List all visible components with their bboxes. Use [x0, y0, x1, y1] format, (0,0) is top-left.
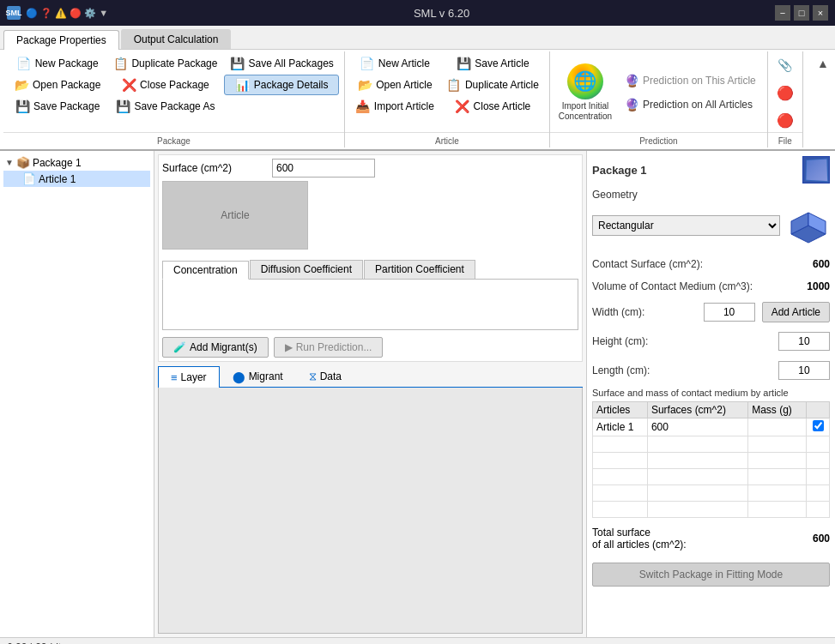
save-package-as-button[interactable]: 💾 Save Package As: [107, 96, 222, 117]
window-controls[interactable]: − □ ×: [775, 5, 828, 21]
migrant-icon: ⬤: [233, 370, 245, 383]
geometry-3d-icon: [787, 204, 830, 247]
article-buttons: 📄 New Article 📂 Open Article 📥 Import Ar…: [350, 53, 544, 132]
row-checkbox[interactable]: [813, 420, 824, 431]
col-surfaces: Surfaces (cm^2): [647, 402, 747, 418]
save-all-icon: 💾: [229, 56, 245, 71]
package-visual-icon: [802, 156, 830, 184]
status-bar: 6.20 | 32-bit: [0, 637, 835, 644]
actions-row: 🧪 Add Migrant(s) ▶ Run Prediction...: [162, 337, 578, 358]
open-article-icon: 📂: [357, 77, 372, 93]
close-article-button[interactable]: ❌ Close Article: [441, 96, 544, 117]
file-icons: 📎 🔴 🔴: [773, 53, 797, 132]
open-article-button[interactable]: 📂 Open Article: [350, 75, 439, 95]
content-tabs-row: Concentration Diffusion Coefficient Part…: [162, 260, 578, 279]
layer-icon: ≡: [171, 371, 178, 384]
geometry-row: Rectangular Cylindrical Spherical: [592, 204, 830, 247]
maximize-button[interactable]: □: [794, 5, 809, 21]
file-icon-2[interactable]: 🔴: [773, 81, 797, 105]
save-article-button[interactable]: 💾 Save Article: [441, 53, 544, 74]
tree-item-article1[interactable]: 📄 Article 1: [3, 171, 150, 187]
col-check: [807, 402, 830, 418]
surface-input[interactable]: [272, 159, 375, 178]
ribbon-collapse-button[interactable]: ▲: [814, 55, 832, 72]
import-concentration-button[interactable]: 🌐 Import InitialConcentration: [555, 59, 615, 126]
tab-content: [162, 279, 578, 330]
tree-package-icon: 📦: [16, 156, 30, 169]
geometry-section: Geometry Rectangular Cylindrical Spheric…: [592, 189, 830, 250]
close-button[interactable]: ×: [813, 5, 828, 21]
tab-partition[interactable]: Partition Coefficient: [364, 260, 475, 279]
ribbon-group-prediction: 🌐 Import InitialConcentration 🔮 Predicti…: [550, 51, 768, 147]
close-package-button[interactable]: ❌ Close Package: [107, 75, 222, 95]
duplicate-package-button[interactable]: 📋 Duplicate Package: [107, 53, 222, 74]
table-row-empty-2: [593, 453, 830, 469]
package-details-button[interactable]: 📊 Package Details: [224, 75, 338, 95]
length-label: Length (cm):: [592, 364, 650, 376]
tree-item-package1[interactable]: ▼ 📦 Package 1: [3, 154, 150, 171]
geometry-label: Geometry: [592, 189, 830, 201]
data-icon: ⧖: [309, 370, 317, 383]
minimize-button[interactable]: −: [775, 5, 790, 21]
import-article-icon: 📥: [355, 99, 371, 114]
add-article-button[interactable]: Add Article: [762, 302, 830, 322]
toolbar-icons: 🔵 ❓ ⚠️ 🔴 ⚙️ ▼: [26, 8, 108, 19]
save-package-button[interactable]: 💾 Save Package: [9, 96, 106, 117]
prediction-group-label: Prediction: [550, 132, 767, 146]
status-text: 6.20 | 32-bit: [7, 641, 61, 645]
tree-article-label: Article 1: [39, 173, 76, 185]
duplicate-package-icon: 📋: [112, 56, 128, 71]
import-article-button[interactable]: 📥 Import Article: [350, 96, 439, 117]
sub-tab-data[interactable]: ⧖ Data: [296, 365, 354, 387]
new-package-button[interactable]: 📄 New Package: [9, 53, 106, 74]
tab-package-properties[interactable]: Package Properties: [3, 30, 119, 50]
file-icon-1[interactable]: 📎: [773, 53, 797, 77]
duplicate-article-button[interactable]: 📋 Duplicate Article: [441, 75, 544, 95]
import-concentration-label: Import InitialConcentration: [559, 101, 612, 122]
dimensions-row: Width (cm): Add Article: [592, 300, 830, 324]
volume-label: Volume of Contact Medium (cm^3):: [592, 280, 753, 292]
article-col1: 📄 New Article 📂 Open Article 📥 Import Ar…: [350, 53, 439, 117]
package-buttons: 📄 New Package 📂 Open Package 💾 Save Pack…: [9, 53, 339, 132]
article-area: Surface (cm^2) Article Concentration Dif…: [158, 154, 583, 362]
geometry-select[interactable]: Rectangular Cylindrical Spherical: [592, 215, 780, 236]
prediction-all-articles-button[interactable]: 🔮 Prediction on All Articles: [619, 94, 762, 115]
tab-output-calculation[interactable]: Output Calculation: [121, 29, 232, 49]
table-cell-checkbox[interactable]: [807, 418, 830, 436]
table-row-empty-5: [593, 502, 830, 518]
surface-mass-section: Surface and mass of contact medium by ar…: [592, 388, 830, 518]
tab-concentration[interactable]: Concentration: [162, 261, 249, 280]
sub-tab-migrant[interactable]: ⬤ Migrant: [220, 365, 296, 387]
sub-tab-layer[interactable]: ≡ Layer: [158, 366, 220, 388]
save-all-packages-button[interactable]: 💾 Save All Packages: [224, 53, 338, 74]
new-article-button[interactable]: 📄 New Article: [350, 53, 439, 74]
tab-diffusion[interactable]: Diffusion Coefficient: [250, 260, 363, 279]
file-icon-3[interactable]: 🔴: [773, 108, 797, 132]
prediction-btns: 🔮 Prediction on This Article 🔮 Predictio…: [619, 70, 762, 115]
surface-mass-title: Surface and mass of contact medium by ar…: [592, 388, 830, 398]
duplicate-article-icon: 📋: [446, 77, 462, 93]
app-title: SML v 6.20: [108, 7, 775, 20]
volume-row: Volume of Contact Medium (cm^3): 1000: [592, 280, 830, 292]
ribbon-group-package: 📄 New Package 📂 Open Package 💾 Save Pack…: [3, 51, 345, 147]
contact-surface-label: Contact Surface (cm^2):: [592, 258, 703, 270]
width-input[interactable]: [704, 303, 755, 322]
table-cell-mass: [748, 418, 807, 436]
new-package-icon: 📄: [16, 56, 32, 71]
open-package-button[interactable]: 📂 Open Package: [9, 75, 106, 95]
table-cell-surface: 600: [647, 418, 747, 436]
add-migrant-button[interactable]: 🧪 Add Migrant(s): [162, 337, 269, 358]
height-input[interactable]: [778, 332, 830, 351]
right-panel-title: Package 1: [592, 164, 647, 177]
table-row-empty-3: [593, 469, 830, 485]
prediction-this-article-button[interactable]: 🔮 Prediction on This Article: [619, 70, 762, 91]
content-tabs-area: Concentration Diffusion Coefficient Part…: [162, 256, 578, 330]
article-col2: 💾 Save Article 📋 Duplicate Article ❌ Clo…: [441, 53, 544, 117]
run-prediction-button[interactable]: ▶ Run Prediction...: [274, 337, 384, 358]
close-package-icon: ❌: [121, 77, 136, 93]
length-input[interactable]: [778, 361, 830, 380]
switch-fitting-mode-button[interactable]: Switch Package in Fitting Mode: [592, 563, 830, 587]
total-surface-row: Total surfaceof all articles (cm^2): 600: [592, 527, 830, 551]
col-articles: Articles: [593, 402, 648, 418]
width-label: Width (cm):: [592, 306, 644, 318]
